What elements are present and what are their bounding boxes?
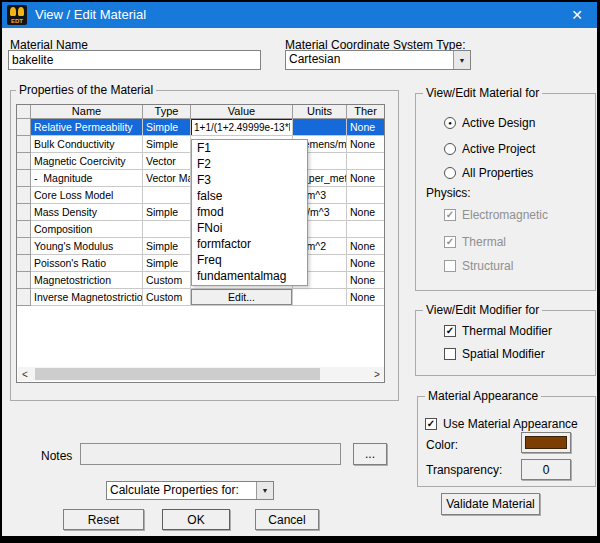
cell-name[interactable]: Composition (31, 221, 143, 238)
cell-thermal[interactable] (347, 153, 384, 170)
checkbox-label: Thermal (462, 235, 506, 249)
cell-thermal[interactable]: None (347, 272, 384, 289)
checkbox-thermal-modifier[interactable]: ✓ Thermal Modifier (444, 324, 552, 338)
table-row[interactable]: Inverse Magnetostriction Custom Edit... … (17, 289, 384, 306)
row-selector[interactable] (17, 119, 31, 136)
cell-name[interactable]: - Magnitude (31, 170, 143, 187)
material-name-input[interactable] (8, 50, 261, 70)
coord-system-combo[interactable]: Cartesian ▼ (285, 50, 471, 70)
list-item[interactable]: F3 (192, 172, 307, 188)
cell-thermal[interactable] (347, 187, 384, 204)
row-selector[interactable] (17, 272, 31, 289)
cell-name[interactable]: Bulk Conductivity (31, 136, 143, 153)
checkbox-label: Structural (462, 259, 513, 273)
row-selector[interactable] (17, 136, 31, 153)
list-item[interactable]: FNoi (192, 220, 307, 236)
scroll-right-icon[interactable]: > (370, 367, 384, 381)
cell-type[interactable] (143, 221, 191, 238)
checkbox-use-material-appearance[interactable]: ✓ Use Material Appearance (425, 417, 578, 431)
cell-type[interactable]: Simple (143, 238, 191, 255)
cell-name[interactable]: Relative Permeability (31, 119, 143, 136)
cell-type[interactable] (143, 187, 191, 204)
cell-type[interactable]: Simple (143, 119, 191, 136)
radio-active-project[interactable]: Active Project (444, 142, 535, 156)
close-icon[interactable]: ✕ (565, 5, 589, 25)
cell-type[interactable]: Simple (143, 204, 191, 221)
list-item[interactable]: F2 (192, 156, 307, 172)
chevron-down-icon[interactable]: ▼ (256, 482, 273, 499)
row-selector[interactable] (17, 289, 31, 306)
cell-name[interactable]: Magnetic Coercivity (31, 153, 143, 170)
checkbox-electromagnetic: ✓ Electromagnetic (444, 208, 548, 222)
properties-group-label: Properties of the Material (16, 83, 156, 97)
row-selector[interactable] (17, 221, 31, 238)
cell-name[interactable]: Core Loss Model (31, 187, 143, 204)
color-swatch-button[interactable] (521, 432, 571, 453)
cell-type[interactable]: Vector Mag (143, 170, 191, 187)
cell-name[interactable]: Mass Density (31, 204, 143, 221)
reset-button[interactable]: Reset (63, 509, 144, 530)
cell-thermal[interactable]: None (347, 289, 384, 306)
row-selector[interactable] (17, 153, 31, 170)
list-item[interactable]: fundamentalmag (192, 268, 307, 284)
cell-type[interactable]: Custom (143, 289, 191, 306)
scrollbar-thumb[interactable] (35, 368, 320, 380)
cell-type[interactable]: Vector (143, 153, 191, 170)
cell-name[interactable]: Young's Modulus (31, 238, 143, 255)
column-header-type[interactable]: Type (143, 105, 191, 119)
calculate-properties-combo[interactable]: Calculate Properties for: ▼ (106, 481, 274, 500)
view-edit-material-group: ● Active Design Active Project All Prope… (415, 93, 596, 291)
cell-name[interactable]: Poisson's Ratio (31, 255, 143, 272)
column-header-thermal[interactable]: Ther (347, 105, 384, 119)
checkbox-label: Spatial Modifier (462, 347, 545, 361)
row-selector[interactable] (17, 187, 31, 204)
cancel-button[interactable]: Cancel (255, 509, 319, 530)
edit-value-button[interactable]: Edit... (191, 289, 292, 305)
row-selector[interactable] (17, 204, 31, 221)
ok-button[interactable]: OK (162, 509, 230, 530)
horizontal-scrollbar[interactable]: < > (18, 367, 384, 381)
cell-name[interactable]: Magnetostriction (31, 272, 143, 289)
list-item[interactable]: false (192, 188, 307, 204)
cell-thermal[interactable]: None (347, 255, 384, 272)
value-editor-input[interactable] (191, 119, 293, 136)
cell-type[interactable]: Custom (143, 272, 191, 289)
checkbox-structural: Structural (444, 259, 513, 273)
cell-type[interactable]: Simple (143, 255, 191, 272)
checkbox-spatial-modifier[interactable]: Spatial Modifier (444, 347, 545, 361)
cell-units[interactable] (293, 289, 347, 306)
notes-input[interactable] (80, 443, 341, 465)
cell-thermal[interactable]: None (347, 136, 384, 153)
radio-active-design[interactable]: ● Active Design (444, 116, 535, 130)
checkbox-label: Electromagnetic (462, 208, 548, 222)
row-selector[interactable] (17, 170, 31, 187)
table-row[interactable]: Relative Permeability Simple None (17, 119, 384, 136)
column-header-name[interactable]: Name (31, 105, 143, 119)
cell-thermal[interactable]: None (347, 170, 384, 187)
notes-browse-button[interactable]: ... (353, 443, 387, 465)
row-selector[interactable] (17, 255, 31, 272)
list-item[interactable]: F1 (192, 140, 307, 156)
list-item[interactable]: fmod (192, 204, 307, 220)
cell-thermal[interactable]: None (347, 204, 384, 221)
column-header-units[interactable]: Units (293, 105, 347, 119)
coord-system-value: Cartesian (286, 51, 453, 69)
cell-thermal[interactable]: None (347, 119, 384, 136)
scroll-left-icon[interactable]: < (18, 367, 32, 381)
cell-units[interactable] (293, 119, 347, 136)
list-item[interactable]: formfactor (192, 236, 307, 252)
cell-value[interactable] (191, 119, 293, 136)
transparency-button[interactable]: 0 (521, 459, 571, 480)
validate-material-button[interactable]: Validate Material (441, 493, 540, 515)
cell-thermal[interactable] (347, 221, 384, 238)
radio-all-properties[interactable]: All Properties (444, 166, 533, 180)
cell-type[interactable]: Simple (143, 136, 191, 153)
chevron-down-icon[interactable]: ▼ (453, 51, 470, 69)
column-header-value[interactable]: Value (191, 105, 293, 119)
cell-name[interactable]: Inverse Magnetostriction (31, 289, 143, 306)
cell-thermal[interactable]: None (347, 238, 384, 255)
row-selector[interactable] (17, 238, 31, 255)
list-item[interactable]: Freq (192, 252, 307, 268)
transparency-label: Transparency: (426, 463, 502, 477)
grid-corner-cell[interactable] (17, 105, 31, 119)
